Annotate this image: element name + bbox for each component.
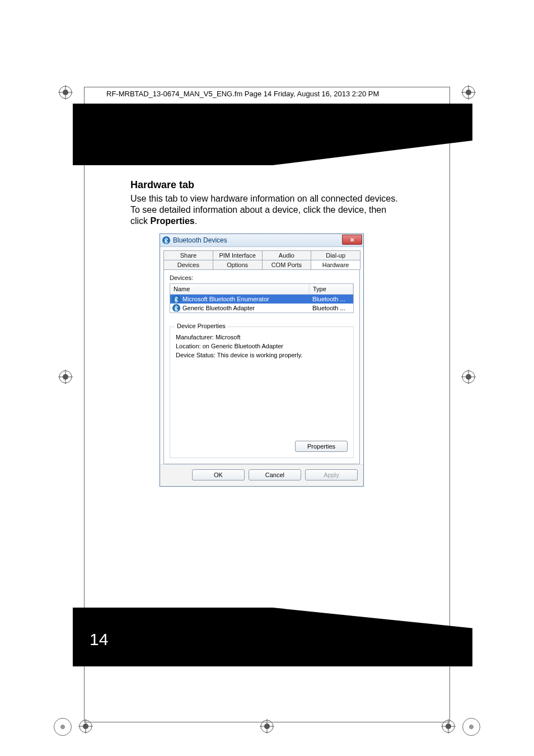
crop-mark-icon: [78, 719, 93, 734]
device-status: Device Status: This device is working pr…: [176, 352, 348, 358]
cell-name: Microsoft Bluetooth Enumerator: [182, 296, 312, 302]
crop-mark-icon: [260, 719, 274, 734]
crop-mark-icon: [58, 370, 73, 384]
page-frame: [84, 722, 450, 722]
devices-label: Devices:: [170, 274, 354, 281]
ok-button[interactable]: OK: [192, 469, 245, 480]
window-titlebar[interactable]: Bluetooth Devices ✕: [160, 234, 363, 247]
tab-devices[interactable]: Devices: [163, 260, 213, 269]
apply-button[interactable]: Apply: [305, 469, 358, 480]
tab-dial-up[interactable]: Dial-up: [311, 250, 360, 260]
window-title: Bluetooth Devices: [173, 236, 227, 244]
tab-share[interactable]: Share: [163, 250, 213, 260]
cancel-button[interactable]: Cancel: [249, 469, 301, 480]
bluetooth-devices-window: Bluetooth Devices ✕ Share PIM Interface …: [160, 234, 364, 487]
table-header: Name Type: [170, 284, 353, 295]
table-row[interactable]: Generic Bluetooth Adapter Bluetooth ...: [170, 304, 353, 312]
bluetooth-icon: [162, 236, 170, 244]
bluetooth-icon: [172, 304, 180, 312]
table-row[interactable]: Microsoft Bluetooth Enumerator Bluetooth…: [170, 295, 353, 304]
fm-header-text: RF-MRBTAD_13-0674_MAN_V5_ENG.fm Page 14 …: [106, 90, 379, 98]
page-frame: [84, 87, 450, 87]
crop-mark-icon: [461, 370, 476, 384]
section-heading: Hardware tab: [130, 179, 405, 191]
cell-name: Generic Bluetooth Adapter: [182, 305, 312, 311]
crop-mark-icon: [461, 85, 476, 100]
close-button[interactable]: ✕: [342, 235, 362, 245]
col-header-name[interactable]: Name: [170, 284, 310, 294]
cell-type: Bluetooth ...: [312, 305, 351, 311]
device-manufacturer: Manufacturer: Microsoft: [176, 334, 348, 340]
crop-mark-icon: [441, 719, 456, 734]
decorative-header-band: [73, 104, 472, 165]
device-properties-group: Device Properties Manufacturer: Microsof…: [170, 326, 354, 458]
paragraph-tail: .: [195, 216, 197, 226]
properties-button[interactable]: Properties: [295, 441, 348, 452]
tab-com-ports[interactable]: COM Ports: [262, 260, 312, 269]
devices-table: Name Type Microsoft Bluetooth Enumerator…: [170, 283, 354, 313]
tab-panel-hardware: Devices: Name Type Microsoft Bluetooth E…: [163, 269, 360, 464]
section-paragraph: Use this tab to view hardware informatio…: [130, 193, 405, 227]
page-number: 14: [90, 630, 108, 649]
group-legend: Device Properties: [175, 323, 228, 329]
dialog-footer: OK Cancel Apply: [160, 464, 363, 486]
tab-strip: Share PIM Interface Audio Dial-up Device…: [160, 247, 363, 464]
close-icon: ✕: [350, 237, 354, 243]
cell-type: Bluetooth ...: [312, 296, 351, 302]
decorative-footer-band: [73, 608, 472, 666]
paragraph-bold: Properties: [151, 216, 195, 226]
tab-options[interactable]: Options: [213, 260, 263, 269]
crop-mark-icon: [58, 85, 73, 100]
tab-audio[interactable]: Audio: [262, 250, 312, 260]
tab-pim-interface[interactable]: PIM Interface: [213, 250, 263, 260]
bluetooth-icon: [172, 295, 180, 303]
crop-circle-icon: [54, 718, 72, 736]
crop-circle-icon: [462, 718, 480, 736]
device-location: Location: on Generic Bluetooth Adapter: [176, 343, 348, 349]
col-header-type[interactable]: Type: [310, 284, 353, 294]
tab-hardware[interactable]: Hardware: [311, 260, 360, 269]
